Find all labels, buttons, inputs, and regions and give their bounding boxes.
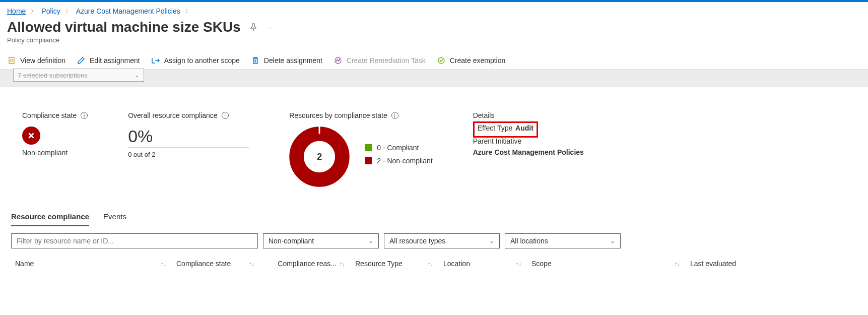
filter-compliance-select[interactable]: Non-compliant ⌄ bbox=[263, 233, 379, 248]
compliance-state-title: Compliance state bbox=[22, 111, 77, 119]
remediation-icon bbox=[333, 56, 343, 65]
column-location-label: Location bbox=[443, 260, 470, 268]
subscription-selector[interactable]: 7 selected subscriptions ⌄ bbox=[13, 69, 144, 82]
details-card: Details Effect Type Audit Parent Initiat… bbox=[473, 111, 584, 187]
tab-events[interactable]: Events bbox=[103, 212, 126, 226]
chevron-down-icon: ⌄ bbox=[610, 237, 615, 244]
chevron-down-icon: ⌄ bbox=[135, 72, 140, 79]
column-last-evaluated-label: Last evaluated bbox=[690, 260, 736, 268]
document-icon bbox=[7, 56, 16, 65]
overall-compliance-title: Overall resource compliance bbox=[128, 111, 217, 119]
effect-type-label: Effect Type bbox=[478, 124, 513, 132]
overall-compliance-card: Overall resource compliance i 0% 0 out o… bbox=[128, 111, 249, 187]
compliance-state-card: Compliance state i Non-compliant bbox=[22, 111, 88, 187]
column-last-evaluated[interactable]: Last evaluated bbox=[690, 260, 776, 268]
edit-assignment-button[interactable]: Edit assignment bbox=[77, 56, 140, 65]
sort-icon: ↑↓ bbox=[161, 261, 166, 267]
assign-to-scope-button[interactable]: Assign to another scope bbox=[151, 56, 240, 65]
svg-rect-0 bbox=[9, 57, 14, 64]
column-scope-label: Scope bbox=[531, 260, 552, 268]
sort-icon: ↑↓ bbox=[675, 261, 680, 267]
legend-compliant: 0 - Compliant bbox=[365, 144, 433, 152]
highlight-annotation: Effect Type Audit bbox=[473, 121, 538, 138]
create-exemption-button[interactable]: Create exemption bbox=[437, 56, 506, 65]
chevron-right-icon: 〉 bbox=[65, 8, 71, 15]
overall-compliance-pct: 0% bbox=[128, 127, 249, 148]
create-remediation-button: Create Remediation Task bbox=[333, 56, 426, 65]
breadcrumb: Home 〉 Policy 〉 Azure Cost Management Po… bbox=[7, 7, 861, 15]
chevron-right-icon: 〉 bbox=[31, 8, 36, 15]
filter-resource-type-value: All resource types bbox=[389, 237, 445, 245]
command-bar: View definition Edit assignment Assign t… bbox=[7, 56, 861, 69]
assign-to-scope-label: Assign to another scope bbox=[164, 56, 240, 65]
donut-center-value: 2 bbox=[289, 127, 350, 187]
resources-by-state-card: Resources by compliance state i 2 0 - Co… bbox=[289, 111, 433, 187]
sort-icon: ↑↓ bbox=[340, 261, 345, 267]
effect-type-value: Audit bbox=[515, 124, 533, 132]
trash-icon bbox=[251, 56, 260, 65]
column-location[interactable]: Location ↑↓ bbox=[443, 260, 521, 268]
column-name-label: Name bbox=[15, 260, 34, 268]
tabs: Resource compliance Events bbox=[7, 212, 861, 226]
svg-point-1 bbox=[11, 59, 13, 62]
compliance-state-value: Non-compliant bbox=[22, 149, 88, 157]
parent-initiative-label: Parent Initiative bbox=[473, 137, 522, 145]
compliance-donut-chart: 2 bbox=[289, 127, 350, 187]
details-title: Details bbox=[473, 111, 584, 119]
chevron-right-icon: 〉 bbox=[185, 8, 191, 15]
create-exemption-label: Create exemption bbox=[450, 56, 506, 65]
filter-location-value: All locations bbox=[510, 237, 548, 245]
resources-by-state-title: Resources by compliance state bbox=[289, 111, 387, 119]
edit-assignment-label: Edit assignment bbox=[90, 56, 140, 65]
create-remediation-label: Create Remediation Task bbox=[347, 56, 426, 65]
view-definition-label: View definition bbox=[20, 56, 65, 65]
breadcrumb-parent[interactable]: Azure Cost Management Policies bbox=[76, 7, 180, 15]
filter-location-select[interactable]: All locations ⌄ bbox=[505, 233, 621, 248]
column-name[interactable]: Name ↑↓ bbox=[15, 260, 166, 268]
info-icon[interactable]: i bbox=[81, 112, 88, 119]
swatch-green-icon bbox=[365, 144, 372, 151]
sort-icon: ↑↓ bbox=[428, 261, 433, 267]
legend-compliant-label: 0 - Compliant bbox=[377, 144, 419, 152]
sort-icon: ↑↓ bbox=[249, 261, 254, 267]
column-scope[interactable]: Scope ↑↓ bbox=[531, 260, 680, 268]
column-compliance-reason-label: Compliance reas... bbox=[278, 260, 337, 268]
edit-icon bbox=[77, 56, 86, 65]
tab-resource-compliance[interactable]: Resource compliance bbox=[11, 212, 89, 226]
filter-compliance-value: Non-compliant bbox=[269, 237, 314, 245]
noncompliant-badge-icon bbox=[22, 127, 40, 145]
table-header-row: Name ↑↓ Compliance state ↑↓ Compliance r… bbox=[7, 248, 861, 275]
overall-compliance-sub: 0 out of 2 bbox=[128, 151, 249, 158]
assign-scope-icon bbox=[151, 56, 160, 65]
breadcrumb-policy[interactable]: Policy bbox=[41, 7, 60, 15]
legend-noncompliant-label: 2 - Non-compliant bbox=[377, 157, 433, 165]
column-resource-type[interactable]: Resource Type ↑↓ bbox=[355, 260, 433, 268]
filter-resource-type-select[interactable]: All resource types ⌄ bbox=[384, 233, 500, 248]
column-compliance-state-label: Compliance state bbox=[176, 260, 231, 268]
filter-name-input[interactable] bbox=[11, 233, 258, 248]
parent-initiative-value: Azure Cost Management Policies bbox=[473, 148, 584, 156]
filter-bar: Non-compliant ⌄ All resource types ⌄ All… bbox=[7, 226, 861, 248]
info-icon[interactable]: i bbox=[222, 112, 229, 119]
delete-assignment-button[interactable]: Delete assignment bbox=[251, 56, 322, 65]
delete-assignment-label: Delete assignment bbox=[264, 56, 322, 65]
legend-noncompliant: 2 - Non-compliant bbox=[365, 157, 433, 165]
sort-icon: ↑↓ bbox=[516, 261, 521, 267]
swatch-red-icon bbox=[365, 157, 372, 164]
info-icon[interactable]: i bbox=[391, 112, 398, 119]
breadcrumb-home[interactable]: Home bbox=[7, 7, 26, 15]
page-subtitle: Policy compliance bbox=[7, 36, 861, 44]
column-resource-type-label: Resource Type bbox=[355, 260, 403, 268]
column-compliance-reason[interactable]: Compliance reas... ↑↓ bbox=[264, 260, 345, 268]
exemption-icon bbox=[437, 56, 446, 65]
pin-icon[interactable] bbox=[248, 22, 259, 33]
chevron-down-icon: ⌄ bbox=[489, 237, 494, 244]
subscription-selector-label: 7 selected subscriptions bbox=[18, 72, 88, 79]
chevron-down-icon: ⌄ bbox=[368, 237, 373, 244]
more-icon[interactable]: ··· bbox=[266, 22, 277, 33]
column-compliance-state[interactable]: Compliance state ↑↓ bbox=[176, 260, 254, 268]
view-definition-button[interactable]: View definition bbox=[7, 56, 65, 65]
page-title: Allowed virtual machine size SKUs bbox=[7, 19, 241, 35]
